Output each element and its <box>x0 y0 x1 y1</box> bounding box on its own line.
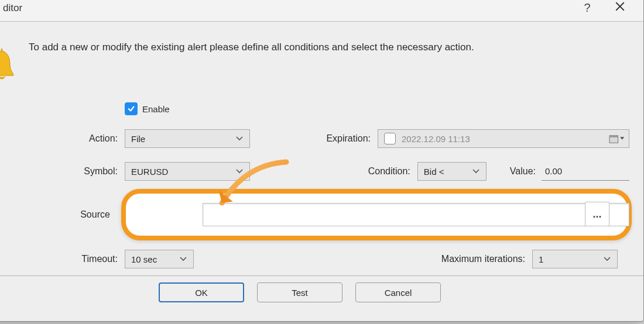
value-text: 0.00 <box>545 166 562 176</box>
help-button[interactable]: ? <box>571 0 604 21</box>
svg-rect-1 <box>609 136 618 137</box>
bell-icon <box>0 49 16 82</box>
value-label: Value: <box>510 166 542 177</box>
chevron-down-icon <box>178 257 189 261</box>
window-title: ditor <box>3 2 22 14</box>
condition-value: Bid < <box>424 167 471 177</box>
expiration-field[interactable]: 2022.12.09 11:13 <box>378 129 629 148</box>
expiration-value: 2022.12.09 11:13 <box>402 134 603 144</box>
timeout-value: 10 sec <box>131 254 178 264</box>
max-iterations-label: Maximum iterations: <box>441 254 532 264</box>
test-button[interactable]: Test <box>257 282 342 302</box>
chevron-down-icon <box>471 169 481 174</box>
enable-checkbox[interactable] <box>125 102 138 115</box>
symbol-label: Symbol: <box>49 166 125 177</box>
chevron-down-icon <box>602 257 612 261</box>
ok-label: OK <box>195 288 208 298</box>
enable-label: Enable <box>142 104 170 114</box>
expiration-enable-checkbox[interactable] <box>384 133 396 144</box>
browse-button[interactable]: ... <box>585 202 609 226</box>
help-icon: ? <box>584 1 590 15</box>
enable-checkbox-wrap[interactable]: Enable <box>125 102 629 115</box>
close-icon <box>615 1 625 15</box>
condition-select[interactable]: Bid < <box>417 162 487 181</box>
timeout-select[interactable]: 10 sec <box>125 250 194 268</box>
max-iterations-value: 1 <box>539 254 602 264</box>
action-value: File <box>131 134 234 144</box>
instruction-text: To add a new or modify the existing aler… <box>29 42 474 53</box>
ok-button[interactable]: OK <box>159 282 244 302</box>
chevron-down-icon <box>234 136 245 141</box>
value-input[interactable]: 0.00 <box>542 162 629 181</box>
calendar-icon[interactable] <box>609 133 624 144</box>
separator <box>0 275 643 276</box>
chevron-down-icon <box>234 169 245 174</box>
close-button[interactable] <box>604 0 636 21</box>
timeout-label: Timeout: <box>49 254 125 264</box>
action-select[interactable]: File <box>125 129 250 148</box>
source-label: Source <box>49 209 117 220</box>
action-label: Action: <box>49 133 125 144</box>
condition-label: Condition: <box>330 166 417 177</box>
symbol-select[interactable]: EURUSD <box>125 162 250 181</box>
cancel-button[interactable]: Cancel <box>355 282 441 302</box>
test-label: Test <box>292 288 308 298</box>
source-input[interactable] <box>203 203 629 226</box>
titlebar: ditor ? <box>0 0 643 22</box>
max-iterations-select[interactable]: 1 <box>532 250 618 268</box>
symbol-value: EURUSD <box>131 167 234 177</box>
cancel-label: Cancel <box>385 288 412 298</box>
alert-editor-dialog: ditor ? To add a new or modify the exist… <box>0 0 644 322</box>
expiration-label: Expiration: <box>290 133 378 144</box>
ellipsis-icon: ... <box>592 208 601 220</box>
